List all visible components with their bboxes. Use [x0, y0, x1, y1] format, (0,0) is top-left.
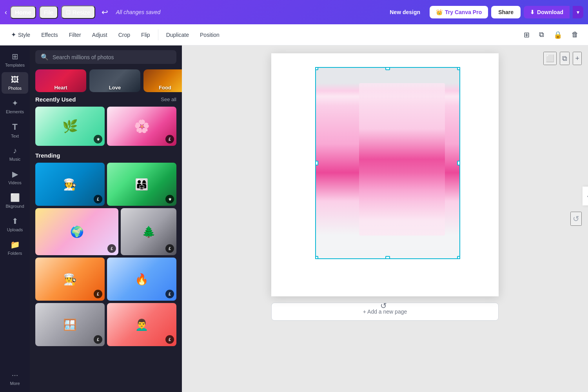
photos-icon: 🖼 — [11, 75, 19, 84]
rotate-handle[interactable]: ↺ — [380, 301, 387, 310]
resize-icon: ⊡ — [66, 9, 71, 16]
sidebar-item-label: Videos — [8, 180, 21, 185]
handle-middle-left[interactable] — [315, 161, 318, 165]
sidebar-item-label: Elements — [6, 109, 24, 114]
sidebar-item-background[interactable]: ⬜ Bkground — [2, 190, 28, 212]
recently-used-grid: 🌿 ⚜ 🌸 £ — [35, 107, 176, 146]
crop-button[interactable]: Crop — [114, 29, 135, 40]
delete-icon-btn[interactable]: 🗑 — [568, 28, 582, 41]
download-caret-button[interactable]: ▾ — [573, 6, 583, 18]
right-sidebar-icons: ↺ — [570, 212, 582, 226]
handle-middle-right[interactable] — [457, 161, 460, 165]
canvas-top-icons: ⬜ ⧉ + — [543, 52, 582, 65]
chip-heart-label: Heart — [35, 83, 86, 92]
divider — [158, 29, 158, 40]
recent-photo-1[interactable]: 🌿 ⚜ — [35, 107, 105, 146]
canvas-area: ⬜ ⧉ + — [182, 45, 588, 392]
left-sidebar: ⊞ Templates 🖼 Photos ✦ Elements T Text ♪… — [0, 45, 30, 392]
sidebar-item-elements[interactable]: ✦ Elements — [2, 95, 28, 117]
sidebar-item-templates[interactable]: ⊞ Templates — [2, 49, 28, 71]
sidebar-item-photos[interactable]: 🖼 Photos — [2, 72, 28, 94]
filter-button[interactable]: Filter — [64, 29, 86, 40]
home-button[interactable]: Home — [10, 6, 36, 19]
category-chip-food[interactable]: Food — [143, 69, 182, 92]
pro-badge-1: ⚜ — [94, 135, 102, 143]
trending-photo-5[interactable]: 👨‍🍳 £ — [35, 258, 105, 301]
handle-bottom-center[interactable] — [385, 256, 390, 259]
sidebar-item-label: Text — [11, 134, 19, 138]
canvas-page[interactable]: ↺ — [271, 53, 499, 296]
more-icon: ··· — [12, 370, 18, 379]
share-button[interactable]: Share — [491, 6, 521, 18]
new-design-button[interactable]: New design — [383, 6, 426, 18]
duplicate-button[interactable]: Duplicate — [162, 29, 194, 40]
handle-bottom-left[interactable] — [315, 256, 318, 259]
flip-button[interactable]: Flip — [136, 29, 155, 40]
trending-photo-6[interactable]: 🔥 £ — [107, 258, 176, 301]
copy-icon-btn[interactable]: ⧉ — [536, 28, 547, 41]
copy-page-icon-btn[interactable]: ⧉ — [560, 52, 570, 65]
trending-photo-1[interactable]: 🧑‍🍳 £ — [35, 163, 105, 206]
add-page-icon-btn[interactable]: + — [573, 52, 582, 65]
trending-photo-3[interactable]: 🌍 £ — [35, 208, 118, 255]
selected-image[interactable] — [315, 67, 460, 259]
recently-used-header: Recently Used See all — [35, 96, 176, 103]
resize-button[interactable]: ⊡ Resize — [61, 5, 95, 19]
sidebar-item-uploads[interactable]: ⬆ Uploads — [2, 213, 28, 235]
trending-photo-8[interactable]: 👨‍🦱 £ — [107, 303, 176, 346]
style-icon: ✦ — [11, 31, 16, 38]
sidebar-item-label: Music — [9, 157, 21, 162]
trending-photo-2[interactable]: 👨‍👩‍👧 ⚜ — [107, 163, 176, 206]
toolbar-right: ⊞ ⧉ 🔒 🗑 — [521, 28, 582, 42]
handle-bottom-right[interactable] — [457, 256, 460, 259]
elements-icon: ✦ — [12, 98, 18, 108]
refresh-icon-btn[interactable]: ↺ — [570, 212, 582, 226]
handle-top-right[interactable] — [457, 67, 460, 70]
pro-badge-2: £ — [165, 135, 174, 143]
videos-icon: ▶ — [12, 169, 18, 179]
frame-icon-btn[interactable]: ⬜ — [543, 52, 557, 65]
category-chip-heart[interactable]: Heart — [35, 69, 86, 92]
templates-icon: ⊞ — [12, 52, 18, 61]
trending-header: Trending — [35, 152, 176, 159]
adjust-button[interactable]: Adjust — [87, 29, 112, 40]
back-icon[interactable]: ‹ — [5, 8, 7, 16]
category-chip-love[interactable]: Love — [89, 69, 140, 92]
recently-used-title: Recently Used — [35, 96, 76, 103]
sidebar-item-label: Uploads — [7, 227, 23, 232]
grid-icon-btn[interactable]: ⊞ — [521, 28, 533, 42]
position-button[interactable]: Position — [195, 29, 224, 40]
recent-photo-2[interactable]: 🌸 £ — [107, 107, 176, 146]
chip-love-label: Love — [89, 83, 140, 92]
undo-button[interactable]: ↩ — [98, 6, 111, 18]
handle-top-left[interactable] — [315, 67, 318, 70]
main-layout: ⊞ Templates 🖼 Photos ✦ Elements T Text ♪… — [0, 45, 588, 392]
pro-badge-tr4: £ — [165, 244, 174, 253]
see-all-button[interactable]: See all — [161, 96, 176, 102]
panel-search-area: 🔍 — [30, 45, 182, 67]
sidebar-item-music[interactable]: ♪ Music — [2, 143, 28, 165]
toolbar: ✦ Style Effects Filter Adjust Crop Flip … — [0, 24, 588, 45]
sidebar-item-label: Bkground — [5, 204, 24, 209]
sidebar-item-text[interactable]: T Text — [2, 119, 28, 142]
sidebar-item-label: More — [10, 381, 20, 386]
trending-photo-7[interactable]: 🪟 £ — [35, 303, 105, 346]
lock-icon-btn[interactable]: 🔒 — [550, 28, 565, 42]
sidebar-item-folders[interactable]: 📁 Folders — [2, 237, 28, 259]
trending-row-2: 🌍 £ 🌲 £ — [35, 208, 176, 255]
folders-icon: 📁 — [10, 240, 20, 249]
effects-button[interactable]: Effects — [36, 29, 63, 40]
download-button[interactable]: ⬇ Download — [524, 6, 570, 18]
sidebar-item-more[interactable]: ··· More — [2, 367, 28, 389]
handle-top-center[interactable] — [385, 67, 390, 70]
style-button[interactable]: ✦ Style — [6, 29, 35, 41]
search-input[interactable] — [53, 54, 171, 60]
pro-badge-tr6: £ — [165, 290, 174, 298]
file-button[interactable]: File — [39, 6, 58, 19]
music-icon: ♪ — [13, 146, 17, 155]
category-row: Heart Love Food › — [30, 67, 182, 96]
sidebar-item-label: Folders — [8, 251, 22, 256]
trending-photo-4[interactable]: 🌲 £ — [121, 208, 176, 255]
try-pro-button[interactable]: 👑 Try Canva Pro — [430, 6, 488, 18]
sidebar-item-videos[interactable]: ▶ Videos — [2, 166, 28, 188]
